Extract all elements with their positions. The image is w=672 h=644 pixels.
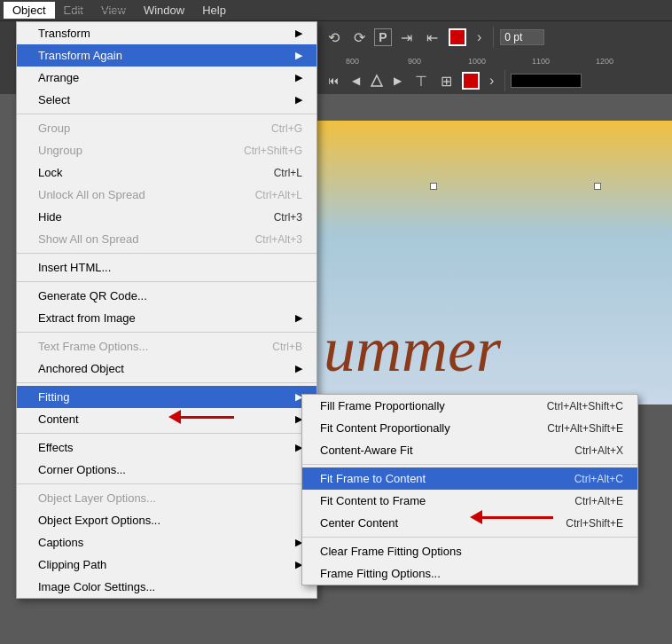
submenu-item-fit-content-frame[interactable]: Fit Content to Frame Ctrl+Alt+E [302, 490, 637, 512]
menu-item-show-all[interactable]: Show All on Spread Ctrl+Alt+3 [17, 228, 316, 250]
submenu-item-content-aware[interactable]: Content-Aware Fit Ctrl+Alt+X [302, 439, 637, 461]
menu-label-effects: Effects [38, 441, 74, 454]
menu-item-extract-image[interactable]: Extract from Image ▶ [17, 307, 316, 329]
submenu-separator-2 [302, 537, 637, 538]
menu-item-clipping-path[interactable]: Clipping Path ▶ [17, 554, 316, 576]
menu-label-arrange: Arrange [38, 71, 79, 84]
menu-item-text-frame[interactable]: Text Frame Options... Ctrl+B [17, 335, 316, 357]
menu-label-text-frame: Text Frame Options... [38, 340, 148, 353]
ruler-tick-1200: 1200 [596, 57, 613, 66]
menu-item-object-layer[interactable]: Object Layer Options... [17, 487, 316, 509]
color-indicator-2 [462, 72, 480, 90]
menu-label-select: Select [38, 93, 70, 106]
shortcut-fit-content-prop: Ctrl+Alt+Shift+E [547, 422, 623, 435]
menu-item-corner-options[interactable]: Corner Options... [17, 459, 316, 481]
shortcut-group: Ctrl+G [271, 122, 302, 135]
shortcut-fill-frame: Ctrl+Alt+Shift+C [547, 400, 623, 412]
arrow-transform: ▶ [295, 27, 302, 39]
menu-item-effects[interactable]: Effects ▶ [17, 436, 316, 459]
shortcut-hide: Ctrl+3 [274, 211, 302, 224]
submenu-label-center-content: Center Content [320, 516, 398, 530]
menu-label-insert-html: Insert HTML... [38, 261, 111, 274]
submenu-label-clear-fitting: Clear Frame Fitting Options [320, 545, 462, 558]
menu-label-unlock-all: Unlock All on Spread [38, 188, 145, 201]
separator-4 [17, 332, 316, 333]
arrow-arrange: ▶ [295, 72, 302, 83]
nav-btn-prev[interactable]: ◀ [347, 72, 365, 90]
arrow-transform-again: ▶ [295, 50, 302, 61]
menu-item-fitting[interactable]: Fitting ▶ [17, 386, 316, 408]
shortcut-show-all: Ctrl+Alt+3 [255, 233, 302, 246]
menubar-item-object[interactable]: Object [4, 2, 55, 19]
submenu-item-fit-content-prop[interactable]: Fit Content Proportionally Ctrl+Alt+Shif… [302, 417, 637, 439]
nav-btn-start[interactable]: ⏮ [323, 72, 344, 90]
menu-item-lock[interactable]: Lock Ctrl+L [17, 161, 316, 184]
text-frame-indicator: P [374, 28, 392, 46]
shortcut-fit-frame-content: Ctrl+Alt+C [574, 473, 623, 485]
menu-label-anchored-object: Anchored Object [38, 362, 124, 375]
submenu-label-fit-frame-content: Fit Frame to Content [320, 472, 426, 485]
menu-item-insert-html[interactable]: Insert HTML... [17, 256, 316, 279]
menu-label-transform-again: Transform Again [38, 49, 122, 62]
menu-label-captions: Captions [38, 536, 83, 549]
submenu-label-fill-frame: Fill Frame Proportionally [320, 399, 445, 412]
submenu-label-frame-fitting-options: Frame Fitting Options... [320, 567, 441, 580]
menubar-item-help[interactable]: Help [193, 2, 235, 19]
menu-item-arrange[interactable]: Arrange ▶ [17, 67, 316, 89]
submenu-item-fit-frame-content[interactable]: Fit Frame to Content Ctrl+Alt+C [302, 467, 637, 490]
menu-label-show-all: Show All on Spread [38, 232, 138, 246]
ruler-tick-900: 900 [408, 57, 421, 66]
menu-item-transform-again[interactable]: Transform Again ▶ [17, 44, 316, 67]
menu-item-generate-qr[interactable]: Generate QR Code... [17, 285, 316, 307]
menubar-item-view[interactable]: View [92, 2, 135, 19]
menu-label-transform: Transform [38, 27, 90, 40]
separator-1 [17, 114, 316, 114]
menu-label-image-color: Image Color Settings... [38, 580, 155, 593]
align-top[interactable]: ⊤ [410, 70, 433, 92]
toolbar-btn-chevron-right-2[interactable]: › [484, 70, 499, 91]
toolbar-btn-align2[interactable]: ⇤ [421, 27, 443, 49]
fitting-arrow [168, 410, 234, 424]
toolbar-btn-2[interactable]: ⟳ [348, 27, 371, 49]
menu-item-content[interactable]: Content ▶ [17, 408, 316, 430]
menu-item-select[interactable]: Select ▶ [17, 89, 316, 111]
toolbar-btn-chevron-right-1[interactable]: › [472, 27, 487, 48]
fitting-submenu: Fill Frame Proportionally Ctrl+Alt+Shift… [301, 394, 638, 585]
menubar-item-edit[interactable]: Edit [55, 2, 92, 19]
svg-marker-0 [371, 75, 382, 86]
summer-text: ummer [324, 313, 501, 387]
submenu-item-fill-frame[interactable]: Fill Frame Proportionally Ctrl+Alt+Shift… [302, 395, 637, 417]
menu-label-corner-options: Corner Options... [38, 463, 126, 476]
menu-item-unlock-all[interactable]: Unlock All on Spread Ctrl+Alt+L [17, 184, 316, 206]
menu-item-ungroup[interactable]: Ungroup Ctrl+Shift+G [17, 139, 316, 161]
submenu-item-clear-fitting[interactable]: Clear Frame Fitting Options [302, 540, 637, 562]
menu-label-fitting: Fitting [38, 390, 69, 404]
toolbar-btn-1[interactable]: ⟲ [323, 27, 345, 49]
menubar-item-window[interactable]: Window [135, 2, 193, 19]
menu-item-captions[interactable]: Captions ▶ [17, 531, 316, 554]
toolbar-btn-align1[interactable]: ⇥ [395, 27, 418, 49]
arrow-extract-image: ▶ [295, 312, 302, 324]
menu-label-object-layer: Object Layer Options... [38, 491, 156, 505]
menubar: Object Edit View Window Help [0, 0, 672, 21]
menu-label-group: Group [38, 122, 70, 135]
shortcut-text-frame: Ctrl+B [272, 341, 302, 353]
align-mid[interactable]: ⊞ [435, 70, 457, 92]
pt-input[interactable]: 0 pt [500, 29, 544, 45]
menu-item-group[interactable]: Group Ctrl+G [17, 117, 316, 139]
ruler-tick-1100: 1100 [532, 57, 550, 66]
menu-item-object-export[interactable]: Object Export Options... [17, 509, 316, 531]
menu-item-image-color[interactable]: Image Color Settings... [17, 576, 316, 598]
nav-btn-next[interactable]: ▶ [388, 72, 407, 90]
fit-frame-arrow [470, 510, 553, 524]
submenu-item-frame-fitting-options[interactable]: Frame Fitting Options... [302, 562, 637, 585]
shortcut-ungroup: Ctrl+Shift+G [244, 145, 302, 157]
color-indicator-1 [449, 28, 466, 46]
summer-banner: ummer [315, 121, 672, 404]
shortcut-lock: Ctrl+L [274, 167, 302, 179]
submenu-label-fit-content-prop: Fit Content Proportionally [320, 421, 450, 435]
menu-label-lock: Lock [38, 166, 62, 179]
menu-item-anchored-object[interactable]: Anchored Object ▶ [17, 357, 316, 380]
menu-item-hide[interactable]: Hide Ctrl+3 [17, 206, 316, 228]
menu-item-transform[interactable]: Transform ▶ [17, 22, 316, 44]
